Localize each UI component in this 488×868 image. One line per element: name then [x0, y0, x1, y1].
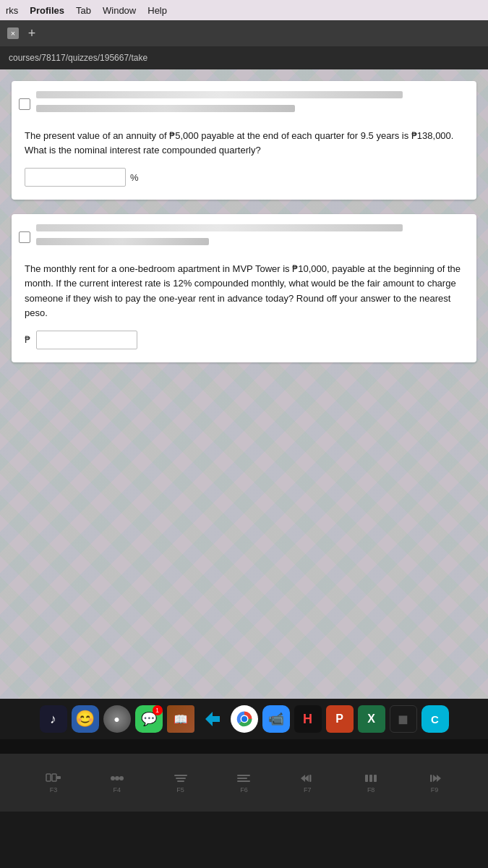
question-2-checkbox[interactable]	[19, 231, 30, 243]
dock-icon-music[interactable]: ♪	[40, 705, 67, 733]
dock-icon-dark[interactable]: ◼	[390, 705, 417, 733]
dock: ♪ 😊 ● 💬 1 📖 📹 H	[0, 699, 488, 739]
menubar: rks Profiles Tab Window Help	[0, 0, 488, 20]
svg-marker-24	[437, 775, 441, 782]
f7-label: F7	[304, 786, 312, 793]
question-1-answer-row: %	[25, 168, 463, 187]
f9-icon	[427, 773, 442, 784]
svg-rect-20	[369, 775, 372, 782]
dock-icon-zoom[interactable]: 📹	[262, 705, 290, 733]
dock-icon-photos[interactable]: 📖	[167, 705, 194, 733]
svg-rect-12	[177, 780, 184, 782]
dock-icon-shortcuts[interactable]	[199, 705, 226, 733]
dock-icon-copilot[interactable]: C	[421, 705, 449, 733]
question-2-body: The monthly rent for a one-bedroom apart…	[12, 252, 476, 362]
question-1-body: The present value of an annuity of ₱5,00…	[12, 119, 476, 200]
svg-rect-15	[237, 780, 250, 782]
question-2-header	[12, 214, 476, 252]
svg-rect-5	[52, 774, 56, 781]
menubar-item-tab[interactable]: Tab	[76, 5, 91, 16]
redacted-bar-3	[36, 224, 403, 231]
main-content: The present value of an annuity of ₱5,00…	[0, 69, 488, 699]
menubar-item-rks[interactable]: rks	[6, 5, 18, 16]
f5-icon	[173, 773, 189, 784]
question-2-answer-row: ₱	[25, 331, 463, 349]
messages-badge: 1	[153, 705, 163, 715]
question-2-text: The monthly rent for a one-bedroom apart…	[25, 262, 463, 320]
key-f3[interactable]: F3	[46, 773, 61, 793]
f6-icon	[236, 773, 252, 784]
key-f4[interactable]: F4	[109, 773, 125, 793]
tab-close-button[interactable]: ×	[7, 27, 19, 39]
svg-rect-19	[365, 775, 368, 782]
svg-rect-18	[309, 775, 312, 782]
browser-chrome: × +	[0, 20, 488, 46]
svg-rect-13	[237, 775, 250, 776]
svg-rect-11	[176, 778, 186, 779]
svg-rect-14	[237, 778, 247, 779]
redacted-bar-1	[36, 91, 403, 98]
question-card-1: The present value of an annuity of ₱5,00…	[12, 81, 476, 200]
dock-icon-messages[interactable]: 💬 1	[135, 705, 163, 733]
dock-icon-powerpoint[interactable]: P	[326, 705, 354, 733]
f4-icon	[109, 773, 125, 784]
peso-prefix: ₱	[25, 334, 30, 345]
svg-rect-21	[374, 775, 377, 782]
keyboard-fn-row: F3 F4 F5 F6 F7	[0, 754, 488, 812]
question-1-input[interactable]	[25, 168, 126, 187]
f3-icon	[46, 773, 61, 784]
svg-rect-10	[174, 775, 187, 776]
svg-rect-4	[46, 774, 51, 781]
dock-icon-chrome[interactable]	[231, 705, 258, 733]
f3-label: F3	[50, 786, 58, 793]
f4-label: F4	[114, 786, 121, 793]
f5-label: F5	[176, 786, 184, 793]
key-f7[interactable]: F7	[299, 773, 315, 793]
key-f8[interactable]: F8	[363, 773, 379, 793]
address-text: courses/78117/quizzes/195667/take	[9, 53, 147, 63]
svg-point-7	[111, 776, 115, 780]
question-1-title-area	[36, 88, 468, 119]
f8-icon	[363, 773, 379, 784]
svg-rect-6	[56, 776, 61, 779]
svg-point-3	[241, 716, 247, 722]
separator-band	[0, 739, 488, 754]
svg-point-8	[115, 776, 119, 780]
redacted-bar-4	[36, 238, 209, 245]
menubar-item-help[interactable]: Help	[147, 5, 167, 16]
question-2-input[interactable]	[36, 331, 137, 349]
menubar-item-profiles[interactable]: Profiles	[30, 5, 64, 16]
question-1-text: The present value of an annuity of ₱5,00…	[25, 129, 463, 158]
address-bar[interactable]: courses/78117/quizzes/195667/take	[0, 46, 488, 69]
f6-label: F6	[240, 786, 248, 793]
question-1-header	[12, 81, 476, 119]
key-f5[interactable]: F5	[173, 773, 189, 793]
svg-point-9	[119, 776, 124, 780]
dock-icon-finder[interactable]: 😊	[72, 705, 99, 733]
key-f9[interactable]: F9	[427, 773, 442, 793]
dock-icon-h[interactable]: H	[294, 705, 322, 733]
f9-label: F9	[431, 786, 439, 793]
key-f6[interactable]: F6	[236, 773, 252, 793]
question-1-checkbox[interactable]	[19, 98, 30, 110]
dock-icon-system[interactable]: ●	[103, 705, 131, 733]
redacted-bar-2	[36, 105, 295, 112]
new-tab-button[interactable]: +	[25, 26, 39, 41]
question-1-unit: %	[130, 172, 139, 183]
svg-rect-22	[430, 775, 432, 782]
dock-icon-excel[interactable]: X	[358, 705, 385, 733]
question-card-2: The monthly rent for a one-bedroom apart…	[12, 214, 476, 362]
f8-label: F8	[367, 786, 375, 793]
menubar-item-window[interactable]: Window	[103, 5, 136, 16]
question-2-title-area	[36, 221, 468, 252]
svg-marker-0	[205, 712, 220, 726]
f7-icon	[299, 773, 315, 784]
